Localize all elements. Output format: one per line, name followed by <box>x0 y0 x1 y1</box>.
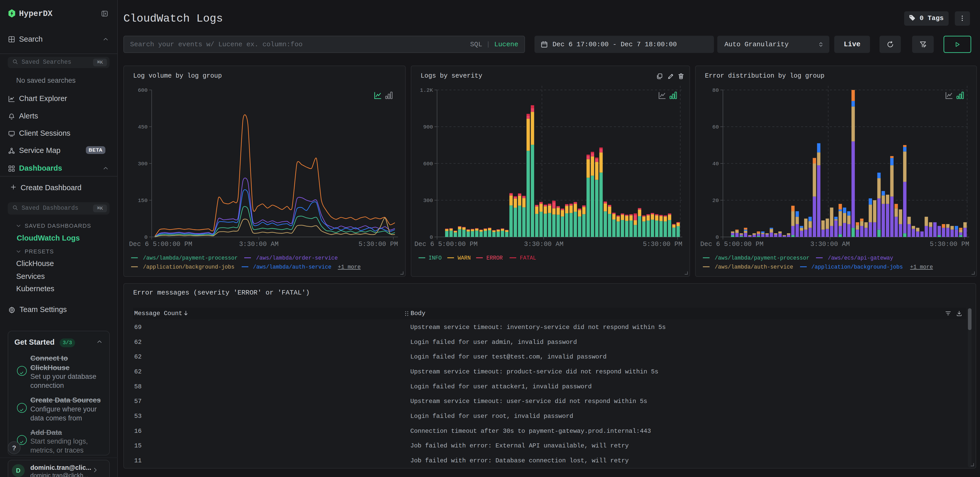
svg-text:/application/background-jobs: /application/background-jobs <box>811 264 903 270</box>
svg-text:Dec 6 5:00:00 PM: Dec 6 5:00:00 PM <box>700 240 764 248</box>
svg-text:/aws/ecs/api-gateway: /aws/ecs/api-gateway <box>828 255 893 261</box>
svg-text:600: 600 <box>423 161 433 167</box>
svg-text:60: 60 <box>713 124 719 130</box>
svg-text:Dec 6 5:00:00 PM: Dec 6 5:00:00 PM <box>414 240 478 248</box>
svg-text:3:30:00 AM: 3:30:00 AM <box>810 240 850 248</box>
svg-text:40: 40 <box>713 161 719 167</box>
svg-text:1.2K: 1.2K <box>420 87 433 93</box>
svg-text:5:30:00 PM: 5:30:00 PM <box>643 240 682 248</box>
svg-text:/aws/lambda/payment-processor: /aws/lambda/payment-processor <box>715 255 810 261</box>
svg-text:ERROR: ERROR <box>487 255 503 261</box>
svg-text:0: 0 <box>430 234 433 240</box>
svg-text:450: 450 <box>138 124 148 130</box>
svg-text:300: 300 <box>423 198 433 204</box>
svg-text:/aws/lambda/payment-processor: /aws/lambda/payment-processor <box>143 255 238 261</box>
svg-text:FATAL: FATAL <box>520 255 536 261</box>
svg-text:600: 600 <box>138 87 148 93</box>
svg-text:/application/background-jobs: /application/background-jobs <box>143 264 234 270</box>
svg-text:80: 80 <box>713 87 719 93</box>
svg-text:INFO: INFO <box>428 255 442 261</box>
svg-text:Dec 6 5:00:00 PM: Dec 6 5:00:00 PM <box>129 240 192 248</box>
svg-text:+1 more: +1 more <box>910 264 933 270</box>
svg-text:5:30:00 PM: 5:30:00 PM <box>930 240 969 248</box>
svg-text:0: 0 <box>716 234 719 240</box>
svg-text:/aws/lambda/order-service: /aws/lambda/order-service <box>256 255 338 261</box>
svg-text:5:30:00 PM: 5:30:00 PM <box>358 240 398 248</box>
svg-text:3:30:00 AM: 3:30:00 AM <box>524 240 563 248</box>
svg-text:150: 150 <box>138 198 148 204</box>
svg-text:0: 0 <box>144 234 148 240</box>
svg-text:3:30:00 AM: 3:30:00 AM <box>239 240 279 248</box>
svg-text:/aws/lambda/auth-service: /aws/lambda/auth-service <box>715 264 793 270</box>
svg-text:900: 900 <box>423 124 433 130</box>
svg-text:20: 20 <box>713 198 719 204</box>
svg-text:+1 more: +1 more <box>338 264 361 270</box>
svg-text:300: 300 <box>138 161 148 167</box>
svg-text:WARN: WARN <box>458 255 471 261</box>
svg-text:/aws/lambda/auth-service: /aws/lambda/auth-service <box>253 264 331 270</box>
